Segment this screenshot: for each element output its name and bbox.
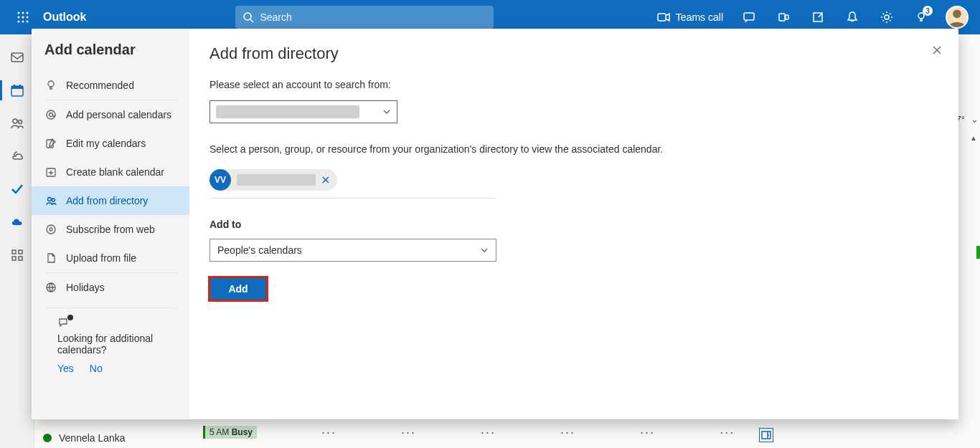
chip-avatar: VV [209, 169, 231, 191]
remove-chip-icon[interactable] [321, 176, 330, 184]
svg-point-7 [22, 21, 24, 23]
addto-select[interactable]: People's calendars [209, 239, 496, 262]
sidebar-item-label: Recommended [66, 80, 134, 91]
svg-rect-13 [779, 14, 785, 21]
svg-point-24 [18, 120, 22, 124]
rail-people-icon[interactable] [0, 108, 34, 139]
sidebar-footer: Looking for additional calendars? Yes No [44, 308, 176, 383]
account-value-redacted [216, 105, 359, 118]
svg-point-37 [47, 225, 55, 234]
addto-label: Add to [209, 219, 938, 230]
globe-icon [44, 282, 57, 293]
modal-sidebar-title: Add calendar [32, 42, 189, 71]
svg-rect-26 [19, 250, 22, 254]
scroll-up-icon[interactable]: ▲ [967, 131, 980, 144]
avatar[interactable] [946, 6, 969, 29]
more-menu-icon[interactable]: ··· [401, 425, 416, 440]
svg-point-32 [50, 113, 53, 117]
svg-point-4 [22, 16, 24, 19]
account-select[interactable] [209, 100, 397, 123]
event-status: Busy [232, 427, 253, 437]
svg-rect-14 [786, 15, 788, 19]
chip-name-redacted [237, 174, 316, 186]
svg-point-9 [244, 13, 251, 20]
rail-todo-icon[interactable] [0, 173, 34, 205]
svg-rect-21 [14, 85, 15, 87]
sidebar-footer-question: Looking for additional calendars? [57, 333, 164, 356]
search-icon [242, 11, 254, 23]
app-launcher-icon[interactable] [6, 11, 40, 23]
left-rail [0, 34, 34, 448]
svg-point-15 [885, 15, 889, 19]
file-icon [44, 252, 57, 264]
svg-rect-27 [12, 257, 16, 260]
person-chip[interactable]: VV [209, 169, 337, 191]
sidebar-item-edit[interactable]: Edit my calendars [32, 129, 189, 158]
edit-icon [44, 138, 57, 149]
more-menu-icon[interactable]: ··· [560, 425, 575, 440]
sidebar-item-personal[interactable]: Add personal calendars [32, 100, 189, 129]
svg-point-23 [13, 119, 17, 123]
more-menu-icon[interactable]: ··· [321, 425, 336, 440]
calendar-event[interactable]: 5 AM Busy [203, 426, 257, 439]
rail-more-apps-icon[interactable] [0, 239, 34, 271]
chevron-down-icon[interactable]: ⌄ [971, 114, 979, 125]
rail-files-icon[interactable] [0, 140, 34, 172]
add-calendar-icon [44, 166, 57, 178]
more-menu-icon[interactable]: ··· [481, 425, 496, 440]
calendar-color-dot [43, 434, 52, 442]
search-input[interactable]: Search [235, 6, 494, 29]
svg-line-10 [250, 19, 253, 22]
svg-rect-25 [12, 250, 16, 254]
svg-point-1 [22, 12, 24, 14]
video-icon [657, 12, 670, 22]
rail-mail-icon[interactable] [0, 42, 34, 73]
sidebar-item-blank[interactable]: Create blank calendar [32, 158, 189, 186]
feedback-icon [57, 317, 70, 328]
add-button[interactable]: Add [209, 277, 267, 300]
globe-target-icon [44, 224, 57, 235]
modal-sidebar: Add calendar Recommended Add personal ca… [32, 29, 189, 419]
sidebar-item-web[interactable]: Subscribe from web [32, 215, 189, 244]
sidebar-item-label: Create blank calendar [66, 166, 164, 178]
more-menu-icon[interactable]: ··· [720, 425, 735, 440]
sidebar-item-recommended[interactable]: Recommended [32, 71, 189, 100]
calendar-list-item[interactable]: Vennela Lanka [43, 432, 126, 444]
sidebar-item-directory[interactable]: Add from directory [32, 186, 189, 215]
svg-rect-20 [11, 86, 23, 89]
feedback-no-link[interactable]: No [90, 363, 103, 374]
addto-value: People's calendars [217, 244, 302, 256]
accent-indicator [976, 246, 980, 259]
sidebar-item-label: Add personal calendars [66, 109, 171, 120]
chevron-down-icon [480, 246, 489, 254]
sidebar-item-holidays[interactable]: Holidays [32, 273, 189, 302]
svg-rect-11 [658, 14, 666, 21]
svg-rect-18 [11, 53, 23, 62]
rail-calendar-icon[interactable] [0, 75, 34, 106]
svg-rect-22 [19, 85, 21, 87]
svg-point-3 [18, 16, 20, 19]
lightbulb-icon [44, 80, 57, 91]
svg-point-31 [47, 110, 55, 119]
rail-onedrive-icon[interactable] [0, 206, 34, 238]
brand-label[interactable]: Outlook [43, 11, 86, 24]
svg-point-2 [27, 12, 29, 14]
event-time: 5 AM [209, 427, 229, 437]
people-picker[interactable]: VV [209, 165, 496, 199]
svg-point-6 [18, 21, 20, 23]
close-icon[interactable] [931, 44, 943, 56]
more-menu-icon[interactable]: ··· [640, 425, 655, 440]
search-placeholder: Search [260, 11, 291, 23]
svg-point-0 [18, 12, 20, 14]
feedback-yes-link[interactable]: Yes [57, 363, 74, 374]
teams-call-button[interactable]: Teams call [647, 11, 733, 23]
panel-toggle-icon[interactable] [759, 428, 773, 442]
calendar-day-row: 5 AM Busy ··· ··· ··· ··· ··· ··· [203, 422, 758, 442]
add-calendar-modal: Add calendar Recommended Add personal ca… [32, 29, 958, 419]
teams-call-label: Teams call [676, 11, 723, 23]
calendar-name: Vennela Lanka [59, 432, 126, 444]
svg-point-35 [48, 198, 52, 201]
svg-point-8 [27, 21, 29, 23]
sidebar-item-label: Edit my calendars [66, 138, 146, 149]
sidebar-item-file[interactable]: Upload from file [32, 244, 189, 272]
